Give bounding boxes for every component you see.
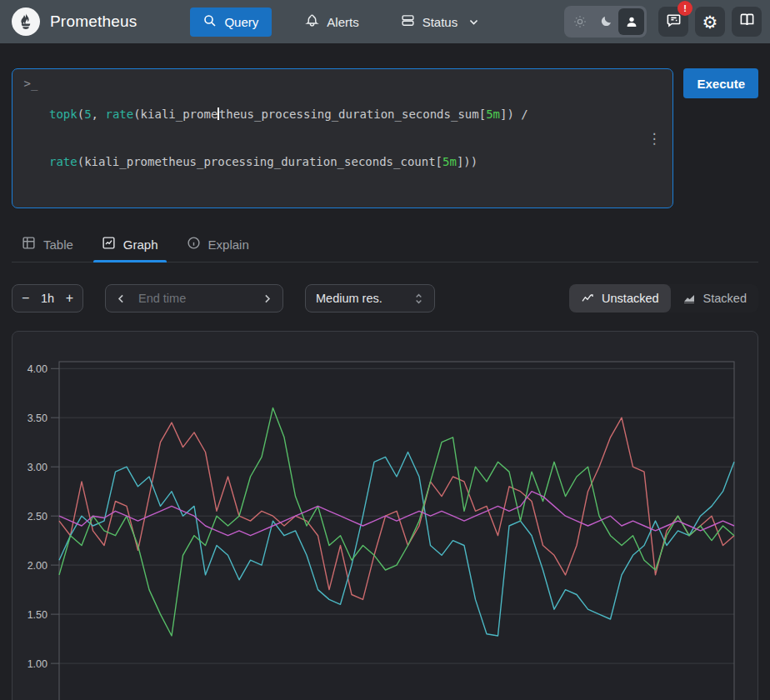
chevron-right-icon[interactable] <box>262 293 272 304</box>
graph-controls: − 1h + End time Medium res. Un <box>12 284 758 312</box>
tab-graph[interactable]: Graph <box>93 230 167 262</box>
execute-button[interactable]: Execute <box>683 68 758 98</box>
brand: Prometheus <box>12 8 137 36</box>
range-value[interactable]: 1h <box>41 292 54 305</box>
search-icon <box>203 14 217 30</box>
svg-text:1.00: 1.00 <box>28 658 48 670</box>
graph-panel: 0.000.501.001.502.002.503.003.504.001:55… <box>12 331 758 700</box>
svg-text:2.50: 2.50 <box>28 511 48 522</box>
plus-icon: + <box>66 291 73 305</box>
settings-button[interactable]: ⚙ <box>695 7 725 37</box>
info-icon <box>187 236 201 252</box>
range-decrease-button[interactable]: − <box>22 292 29 305</box>
dark-theme-moon-icon[interactable] <box>592 8 618 35</box>
main-nav: Query Alerts Status <box>190 7 488 37</box>
query-expression[interactable]: topk(5, rate(kiali_prometheus_processing… <box>49 75 643 202</box>
unstacked-option[interactable]: Unstacked <box>569 284 671 312</box>
end-time-picker[interactable]: End time <box>105 284 283 312</box>
result-tabs: Table Graph Explain <box>12 230 758 262</box>
bell-icon <box>305 13 319 30</box>
minus-icon: − <box>22 291 29 305</box>
chevron-down-icon <box>468 17 479 28</box>
query-row: >_ topk(5, rate(kiali_prometheus_process… <box>12 68 758 208</box>
query-options-kebab-icon[interactable]: ⋮ <box>643 130 664 148</box>
theme-toggle <box>564 6 647 38</box>
table-icon <box>22 236 36 252</box>
gear-icon: ⚙ <box>702 13 718 31</box>
message-alert-icon <box>666 12 682 31</box>
selector-updown-icon <box>413 292 424 305</box>
notification-badge: ! <box>678 1 692 16</box>
tab-table[interactable]: Table <box>13 230 82 262</box>
main-content: >_ topk(5, rate(kiali_prometheus_process… <box>0 68 770 700</box>
light-theme-sun-icon[interactable] <box>567 8 592 35</box>
range-selector[interactable]: − 1h + <box>12 284 83 312</box>
svg-text:3.00: 3.00 <box>28 462 48 473</box>
area-chart-icon <box>682 292 696 305</box>
svg-text:2.00: 2.00 <box>28 560 48 572</box>
svg-text:1.50: 1.50 <box>28 609 48 621</box>
app-title: Prometheus <box>50 12 137 31</box>
docs-button[interactable] <box>732 7 762 37</box>
range-increase-button[interactable]: + <box>66 292 73 305</box>
query-expression-line-1: topk(5, rate(kiali_prometheus_processing… <box>49 107 643 122</box>
chevron-left-icon[interactable] <box>116 293 127 304</box>
graph-icon <box>102 236 116 252</box>
tab-explain[interactable]: Explain <box>178 230 258 262</box>
svg-text:4.00: 4.00 <box>28 363 48 375</box>
resolution-select[interactable]: Medium res. <box>305 284 435 312</box>
query-expression-line-2: rate(kiali_prometheus_processing_duratio… <box>49 154 643 170</box>
resolution-value: Medium res. <box>316 292 382 305</box>
stacked-option[interactable]: Stacked <box>671 284 758 312</box>
prometheus-logo-icon <box>12 8 40 36</box>
book-icon <box>739 12 755 31</box>
expression-input[interactable]: >_ topk(5, rate(kiali_prometheus_process… <box>12 68 673 208</box>
terminal-prompt-icon: >_ <box>12 75 49 90</box>
server-icon <box>401 13 415 30</box>
nav-alerts-button[interactable]: Alerts <box>297 7 367 37</box>
nav-query-button[interactable]: Query <box>190 8 272 37</box>
system-theme-user-icon[interactable] <box>618 8 644 35</box>
navbar-actions: ! ⚙ <box>564 6 762 38</box>
line-chart-icon <box>581 292 594 305</box>
navbar: Prometheus Query Alerts Status <box>0 0 770 43</box>
stack-toggle: Unstacked Stacked <box>569 284 758 312</box>
svg-text:3.50: 3.50 <box>28 412 48 424</box>
time-series-chart[interactable]: 0.000.501.001.502.002.503.003.504.001:55… <box>12 332 758 700</box>
nav-status-button[interactable]: Status <box>392 7 488 37</box>
end-time-input[interactable]: End time <box>138 292 250 305</box>
notifications-button[interactable]: ! <box>658 7 688 37</box>
